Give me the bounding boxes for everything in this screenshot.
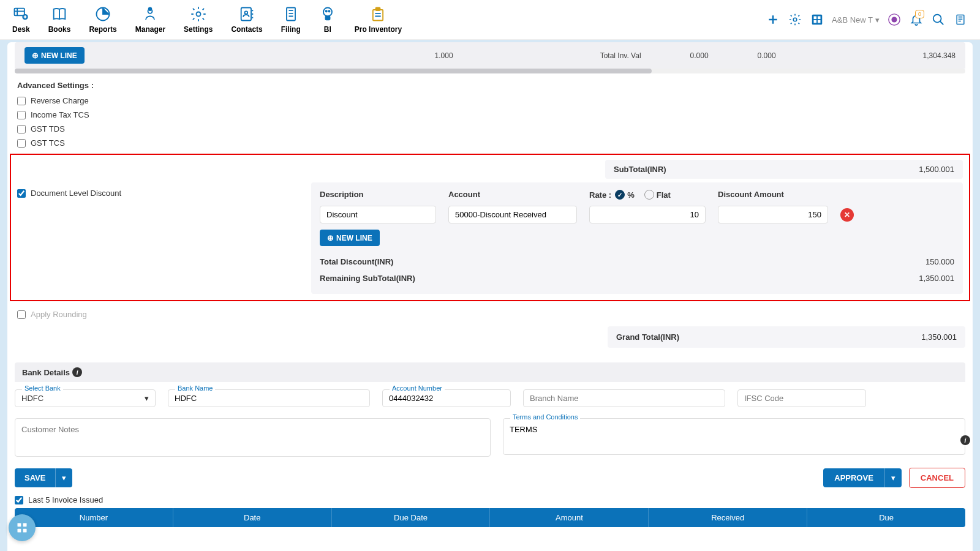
nav-label: Reports (89, 25, 116, 34)
col-due-date: Due Date (332, 508, 491, 527)
hdr-account: Account (448, 190, 577, 200)
nav-label: Desk (12, 25, 30, 34)
chk-document-level-discount[interactable]: Document Level Discount (17, 186, 311, 200)
val2: 0.000 (758, 51, 776, 60)
circle-m-icon[interactable] (887, 12, 902, 27)
horizontal-scrollbar[interactable] (15, 69, 965, 73)
svg-rect-10 (325, 17, 330, 20)
col-received: Received (649, 508, 807, 527)
svg-point-23 (933, 15, 941, 23)
document-level-discount-highlight: SubTotal(INR) 1,500.001 Document Level D… (10, 154, 970, 301)
nav-bi[interactable]: BI (319, 6, 336, 34)
gear-icon[interactable] (788, 12, 802, 27)
terms-conditions-input[interactable]: TERMS (503, 418, 965, 455)
nav-pro-inventory[interactable]: Pro Inventory (355, 6, 402, 34)
customer-notes-input[interactable] (15, 418, 491, 457)
calculator-icon[interactable] (810, 12, 824, 27)
chk-gst-tds[interactable]: GST TDS (17, 122, 963, 136)
nav-manager[interactable]: Manager (135, 6, 165, 34)
hdr-rate: Rate : % Flat (589, 190, 706, 200)
nav-settings[interactable]: Settings (184, 6, 213, 34)
nav-contacts[interactable]: Contacts (231, 6, 262, 34)
settings-icon (190, 6, 207, 23)
val1: 0.000 (690, 51, 709, 60)
svg-rect-24 (957, 15, 964, 24)
approve-button[interactable]: APPROVE (823, 468, 884, 487)
ifsc-code-input[interactable] (737, 389, 866, 407)
add-icon[interactable] (766, 12, 780, 27)
nav-books[interactable]: Books (48, 6, 71, 34)
svg-point-4 (149, 8, 152, 11)
info-icon[interactable]: i (960, 435, 970, 445)
bank-name-label: Bank Name (175, 384, 215, 392)
grand-total-value: 1,350.001 (921, 332, 957, 342)
col-amount: Amount (490, 508, 649, 527)
form-content: NEW LINE 1.000 Total Inv. Val 0.000 0.00… (7, 42, 973, 551)
cancel-button[interactable]: CANCEL (909, 468, 965, 488)
company-name: A&B New T (832, 15, 873, 24)
chk-apply-rounding[interactable]: Apply Rounding (17, 307, 963, 321)
discount-account-input[interactable] (448, 206, 577, 223)
select-bank-dropdown[interactable]: HDFC (15, 389, 156, 407)
nav-label: BI (324, 25, 331, 34)
svg-rect-8 (287, 8, 295, 21)
nav-label: Pro Inventory (355, 25, 402, 34)
grand-total-label: Grand Total(INR) (616, 332, 679, 342)
svg-rect-27 (18, 529, 21, 533)
subtotal-value: 1,500.001 (919, 165, 954, 174)
svg-point-15 (793, 18, 797, 21)
nav-reports[interactable]: Reports (89, 6, 116, 34)
discount-description-input[interactable] (320, 206, 436, 223)
nav-filing[interactable]: Filing (281, 6, 301, 34)
svg-rect-13 (373, 10, 383, 21)
total-inv-label: Total Inv. Val (600, 51, 641, 60)
terms-label: Terms and Conditions (510, 413, 580, 421)
chk-reverse-charge[interactable]: Reverse Charge (17, 94, 963, 108)
svg-point-5 (196, 12, 200, 17)
svg-point-12 (328, 10, 330, 12)
remaining-subtotal-label: Remaining SubTotal(INR) (320, 274, 415, 283)
bank-name-input[interactable] (168, 389, 370, 407)
search-icon[interactable] (931, 12, 946, 27)
account-number-input[interactable] (382, 389, 511, 407)
remaining-subtotal-value: 1,350.001 (919, 274, 954, 283)
notes-icon[interactable] (953, 12, 968, 27)
approve-dropdown-button[interactable] (884, 468, 902, 487)
remove-line-icon[interactable]: ✕ (840, 208, 854, 222)
subtotal-row: SubTotal(INR) 1,500.001 (605, 160, 963, 179)
bi-icon (319, 6, 336, 23)
col-number: Number (15, 508, 173, 527)
topbar-right: A&B New T 0 (766, 12, 968, 27)
svg-rect-20 (818, 20, 821, 23)
nav-label: Manager (135, 25, 165, 34)
new-line-button[interactable]: NEW LINE (24, 47, 85, 64)
svg-point-9 (323, 8, 332, 17)
discount-amount-input[interactable] (718, 206, 828, 223)
chk-last5-invoice[interactable]: Last 5 Invoice Issued (15, 495, 965, 504)
floating-grid-icon[interactable] (9, 514, 36, 541)
save-dropdown-button[interactable] (55, 468, 72, 487)
discount-rate-input[interactable] (589, 206, 706, 223)
reports-icon (94, 6, 111, 23)
notification-icon[interactable]: 0 (909, 12, 924, 27)
col-due: Due (807, 508, 965, 527)
bank-details-title: Bank Details (22, 368, 70, 377)
radio-percent[interactable] (615, 190, 625, 200)
chevron-down-icon (145, 394, 149, 403)
save-button[interactable]: SAVE (15, 468, 55, 487)
chk-gst-tcs[interactable]: GST TCS (17, 136, 963, 150)
branch-name-input[interactable] (523, 389, 725, 407)
nav-label: Books (48, 25, 71, 34)
hdr-description: Description (320, 190, 436, 200)
discount-new-line-button[interactable]: NEW LINE (320, 230, 380, 246)
nav-desk[interactable]: Desk (12, 6, 30, 34)
account-number-label: Account Number (390, 384, 445, 392)
info-icon[interactable]: i (72, 367, 82, 377)
radio-flat[interactable] (644, 190, 654, 200)
grand-total-row: Grand Total(INR) 1,350.001 (608, 326, 965, 348)
chevron-down-icon (875, 15, 880, 24)
chk-income-tax-tcs[interactable]: Income Tax TCS (17, 108, 963, 122)
company-selector[interactable]: A&B New T (832, 15, 880, 24)
advanced-settings: Advanced Settings : Reverse Charge Incom… (7, 73, 973, 152)
filing-icon (282, 6, 300, 23)
